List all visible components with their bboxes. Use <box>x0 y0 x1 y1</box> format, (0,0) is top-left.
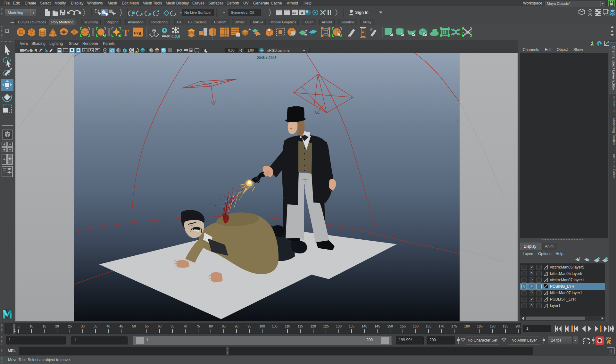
svg-text:sRGB gamma: sRGB gamma <box>267 48 290 52</box>
svg-text:0,0,0: 0,0,0 <box>171 34 180 39</box>
svg-text:svg: svg <box>134 30 141 35</box>
svg-text:Sign In: Sign In <box>355 10 369 15</box>
svg-text:T: T <box>96 49 98 52</box>
svg-text:0.00: 0.00 <box>228 49 235 52</box>
svg-text:2048 x 2048: 2048 x 2048 <box>257 56 276 60</box>
svg-text:IPR: IPR <box>292 12 296 14</box>
svg-text:ON: ON <box>260 49 263 52</box>
svg-text:1.00: 1.00 <box>247 49 254 52</box>
svg-text:T: T <box>122 27 129 38</box>
